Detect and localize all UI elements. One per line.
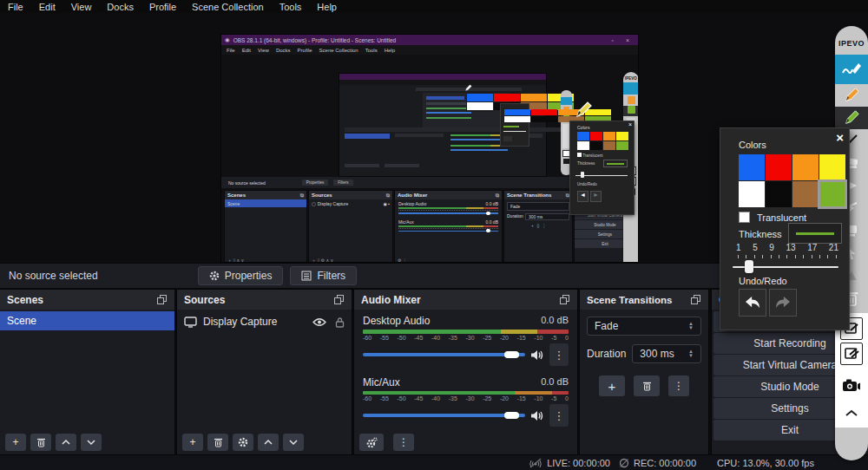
- channel-options-button[interactable]: ⋮: [549, 404, 569, 427]
- source-properties-button[interactable]: [233, 434, 253, 451]
- menu-item-docks[interactable]: Docks: [107, 2, 134, 12]
- remove-source-button[interactable]: [207, 434, 228, 451]
- color-swatch: [590, 132, 602, 140]
- source-down-button[interactable]: [283, 434, 304, 451]
- color-swatch[interactable]: [739, 154, 765, 180]
- remove-transition-button[interactable]: [634, 375, 660, 396]
- mixer-channel-mic-aux: Mic/Aux 0.0 dB -60-55-50-45-40-35-30-25-…: [354, 371, 577, 428]
- thickness-slider-handle[interactable]: [745, 260, 753, 273]
- meter-tick: -5: [551, 335, 556, 341]
- duration-label: Duration: [587, 348, 626, 360]
- popout-icon[interactable]: [690, 294, 701, 305]
- source-list-item[interactable]: Display Capture: [177, 311, 352, 332]
- add-scene-button[interactable]: +: [5, 434, 26, 451]
- color-swatch[interactable]: [792, 181, 819, 207]
- transition-options-button[interactable]: ⋮: [668, 375, 689, 396]
- annotate-off-button[interactable]: [840, 343, 863, 365]
- pencil-tool[interactable]: [835, 84, 868, 107]
- audio-mixer-panel: Audio Mixer Desktop Audio 0.0 dB -60-55-…: [354, 290, 577, 454]
- thickness-scale: 159131721: [736, 243, 838, 252]
- pencil-cursor: [574, 101, 593, 120]
- volume-meter: [363, 391, 569, 395]
- gear-icon: [209, 271, 220, 281]
- color-swatch: [467, 94, 493, 101]
- filter-icon: [301, 271, 312, 281]
- mini-menu-item: Help: [385, 48, 395, 53]
- tick-mark: [762, 255, 763, 258]
- thickness-preview: [788, 223, 842, 244]
- close-icon[interactable]: ×: [836, 130, 844, 145]
- color-swatch[interactable]: [792, 154, 819, 180]
- rec-status: REC: 00:00:00: [619, 458, 696, 468]
- sources-title: Sources: [184, 294, 225, 306]
- color-swatch[interactable]: [766, 181, 792, 207]
- ipevo-logo: IPEVO: [835, 39, 868, 48]
- volume-slider[interactable]: [363, 353, 525, 356]
- collapse-toolbar-button[interactable]: [835, 400, 868, 426]
- marker-tool[interactable]: [835, 107, 868, 129]
- scribble-pen-tool[interactable]: [835, 55, 868, 84]
- menu-item-profile[interactable]: Profile: [149, 2, 176, 12]
- gear-icon: [238, 437, 248, 447]
- menu-item-scene-collection[interactable]: Scene Collection: [192, 2, 264, 12]
- duration-spinner[interactable]: 300 ms ▲▼: [632, 344, 701, 363]
- color-swatch[interactable]: [819, 154, 845, 180]
- mini-scenes-panel: Scenes⧉ Scene ＋ ▯ ∧ ∨: [225, 191, 306, 262]
- undo-icon: [744, 296, 761, 310]
- tick-mark: [779, 255, 779, 258]
- menu-item-file[interactable]: File: [8, 2, 23, 12]
- color-swatch: [603, 141, 615, 150]
- color-swatch: [603, 132, 615, 140]
- meter-tick: -60: [363, 335, 372, 341]
- menu-item-help[interactable]: Help: [317, 2, 337, 12]
- source-up-button[interactable]: [258, 434, 279, 451]
- scene-up-button[interactable]: [56, 434, 76, 451]
- menu-bar: FileEditViewDocksProfileScene Collection…: [0, 0, 868, 13]
- mixer-options-button[interactable]: ⋮: [393, 434, 414, 451]
- properties-button[interactable]: Properties: [198, 266, 284, 285]
- add-transition-button[interactable]: +: [599, 375, 625, 396]
- camera-icon: [842, 378, 861, 393]
- lock-icon[interactable]: [335, 317, 345, 328]
- filters-button[interactable]: Filters: [290, 266, 357, 285]
- popout-icon[interactable]: [156, 294, 168, 305]
- color-swatch: [616, 132, 628, 140]
- meter-tick: -15: [517, 335, 526, 341]
- menu-item-edit[interactable]: Edit: [39, 2, 56, 12]
- scene-list-item[interactable]: Scene: [0, 311, 174, 330]
- chevron-up-icon: [61, 439, 71, 446]
- undo-button[interactable]: [739, 289, 766, 317]
- color-swatch-grid: [739, 154, 845, 207]
- snapshot-button[interactable]: [835, 370, 868, 400]
- sources-panel: Sources Display Capture +: [177, 290, 352, 454]
- color-swatch[interactable]: [819, 181, 845, 207]
- scale-label: 9: [769, 243, 774, 252]
- eye-icon[interactable]: [312, 317, 326, 327]
- volume-slider[interactable]: [363, 414, 525, 417]
- color-swatch: [521, 94, 547, 101]
- meter-tick: -55: [380, 395, 389, 401]
- scribble-pen-icon: [841, 61, 862, 78]
- channel-options-button[interactable]: ⋮: [549, 343, 569, 366]
- speaker-icon[interactable]: [530, 349, 544, 361]
- transition-select[interactable]: Fade ▲▼: [587, 317, 701, 336]
- mini-menu-item: Profile: [298, 48, 312, 53]
- color-swatch[interactable]: [739, 181, 765, 207]
- meter-tick: -55: [380, 335, 389, 341]
- scene-down-button[interactable]: [81, 434, 102, 451]
- remove-scene-button[interactable]: [30, 434, 51, 451]
- thickness-label: Thickness: [739, 229, 782, 239]
- mixer-channel-desktop-audio: Desktop Audio 0.0 dB -60-55-50-45-40-35-…: [354, 310, 577, 368]
- popout-icon[interactable]: [333, 294, 345, 305]
- colors-popup: × Colors Translucent Thickness 159131721…: [720, 128, 849, 330]
- menu-item-tools[interactable]: Tools: [279, 2, 302, 12]
- menu-item-view[interactable]: View: [71, 2, 92, 12]
- add-source-button[interactable]: +: [182, 434, 203, 451]
- redo-button[interactable]: [769, 289, 797, 317]
- popout-icon[interactable]: [559, 294, 570, 305]
- speaker-icon[interactable]: [530, 410, 544, 421]
- color-swatch[interactable]: [766, 154, 792, 180]
- translucent-checkbox[interactable]: [739, 212, 750, 223]
- mini-colors-popup: × Colors Translucent Thickness Undo/Redo…: [570, 121, 634, 214]
- advanced-audio-button[interactable]: [359, 434, 384, 451]
